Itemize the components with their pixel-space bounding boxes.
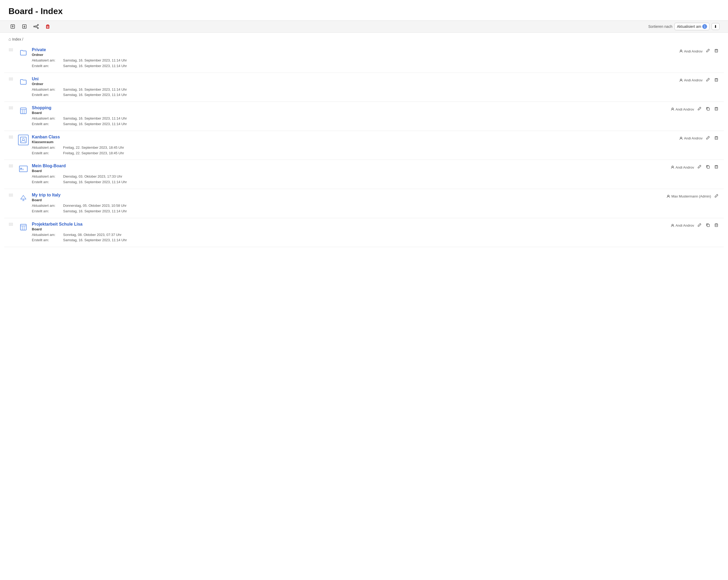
sort-select[interactable]: Aktualisiert am 1 [674,23,709,30]
svg-line-9 [37,25,37,27]
table-row: ⠿⠿ Uni Ordner Aktualisiert am: Samstag, … [4,73,724,102]
edit-button[interactable] [705,135,711,141]
copy-button[interactable] [705,106,711,112]
updated-value: Sonntag, 08. Oktober 2023, 07:37 Uhr [63,232,122,238]
svg-rect-15 [715,50,718,52]
svg-rect-40 [707,166,709,168]
drag-handle[interactable]: ⠿⠿ [8,135,15,139]
item-created-row: Erstellt am: Samstag, 16. September 2023… [32,122,668,127]
item-meta: Aktualisiert am: Donnerstag, 05. Oktober… [32,203,663,214]
svg-text:M↓: M↓ [20,167,24,171]
item-icon [18,48,29,58]
item-title[interactable]: Shopping [32,106,51,110]
svg-point-5 [34,26,35,27]
item-title[interactable]: Private [32,48,46,52]
item-meta: Aktualisiert am: Dienstag, 03. Oktober 2… [32,174,668,185]
import-button[interactable] [20,23,29,30]
created-value: Samstag, 16. September 2023, 11:14 Uhr [63,209,127,214]
item-type: Board [32,169,668,173]
svg-rect-19 [715,79,718,81]
svg-rect-27 [707,108,709,110]
drag-handle[interactable]: ⠿⠿ [8,163,15,168]
item-icon[interactable] [18,135,29,145]
item-title[interactable]: My trip to Italy [32,193,60,197]
item-icon [18,193,29,203]
item-title[interactable]: Uni [32,77,39,81]
toolbar-left [8,23,52,30]
item-type: Klassenraum [32,140,676,144]
sort-direction-button[interactable]: ⬇ [711,23,720,30]
created-label: Erstellt am: [32,209,61,214]
item-meta: Aktualisiert am: Sonntag, 08. Oktober 20… [32,232,668,243]
breadcrumb: ⌂ Index / [0,33,728,44]
drag-handle[interactable]: ⠿⠿ [8,77,15,81]
item-list: ⠿⠿ Private Ordner Aktualisiert am: Samst… [0,44,728,247]
updated-value: Dienstag, 03. Oktober 2023, 17:33 Uhr [63,174,122,180]
edit-button[interactable] [713,193,720,200]
sort-value: Aktualisiert am [677,24,701,29]
drag-handle[interactable]: ⠿⠿ [8,222,15,227]
item-type: Board [32,111,668,115]
owner-icon [671,165,674,169]
page-title: Board - Index [0,0,728,20]
delete-button[interactable] [713,222,720,229]
edit-button[interactable] [696,106,703,112]
export-button[interactable] [8,23,17,30]
created-value: Samstag, 16. September 2023, 11:14 Uhr [63,238,127,243]
item-icon [18,77,29,87]
edit-button[interactable] [696,164,703,170]
svg-rect-28 [715,108,718,110]
drag-handle[interactable]: ⠿⠿ [8,193,15,197]
delete-button[interactable] [713,164,720,170]
item-actions: Andi Androv [671,222,720,229]
updated-value: Freitag, 22. September 2023, 18:45 Uhr [63,145,124,151]
delete-button[interactable] [713,48,720,54]
item-title[interactable]: Kanban Class [32,135,60,139]
item-title[interactable]: Mein Blog-Board [32,163,66,168]
svg-rect-41 [715,166,718,168]
item-owner: Max Mustermann (Admin) [667,194,711,198]
share-button[interactable] [32,23,40,30]
item-updated-row: Aktualisiert am: Samstag, 16. September … [32,116,668,122]
item-meta: Aktualisiert am: Samstag, 16. September … [32,116,668,127]
item-icon [18,106,29,116]
breadcrumb-home-icon: ⌂ [8,37,11,42]
item-content: Shopping Board Aktualisiert am: Samstag,… [32,106,668,127]
delete-button[interactable] [713,135,720,141]
created-value: Freitag, 22. September 2023, 18:45 Uhr [63,151,124,156]
delete-button[interactable] [713,77,720,83]
created-label: Erstellt am: [32,63,61,69]
updated-label: Aktualisiert am: [32,87,61,93]
updated-label: Aktualisiert am: [32,232,61,238]
item-owner: Andi Androv [679,136,703,140]
svg-rect-11 [46,25,49,28]
item-updated-row: Aktualisiert am: Samstag, 16. September … [32,87,676,93]
svg-rect-48 [20,224,26,230]
owner-icon [671,107,674,111]
delete-button[interactable] [713,106,720,112]
sort-badge: 1 [702,24,707,29]
drag-handle[interactable]: ⠿⠿ [8,106,15,110]
breadcrumb-path: Index / [12,37,23,41]
item-created-row: Erstellt am: Samstag, 16. September 2023… [32,63,676,69]
created-value: Samstag, 16. September 2023, 11:14 Uhr [63,92,127,98]
copy-button[interactable] [705,222,711,229]
item-title[interactable]: Projektarbeit Schule Lisa [32,222,82,227]
updated-value: Samstag, 16. September 2023, 11:14 Uhr [63,58,127,63]
item-created-row: Erstellt am: Samstag, 16. September 2023… [32,92,676,98]
edit-button[interactable] [705,77,711,83]
table-row: ⠿⠿ M↓ Mein Blog-Board Board Aktualisiert… [4,160,724,189]
edit-button[interactable] [705,48,711,54]
created-label: Erstellt am: [32,151,61,156]
copy-button[interactable] [705,164,711,170]
bulk-delete-button[interactable] [44,23,52,30]
item-created-row: Erstellt am: Samstag, 16. September 2023… [32,209,663,214]
toolbar: Sortieren nach Aktualisiert am 1 ⬇ [0,20,728,33]
item-actions: Andi Androv [671,106,720,112]
edit-button[interactable] [696,222,703,229]
drag-handle[interactable]: ⠿⠿ [8,48,15,52]
item-updated-row: Aktualisiert am: Dienstag, 03. Oktober 2… [32,174,668,180]
item-content: Private Ordner Aktualisiert am: Samstag,… [32,48,676,69]
item-created-row: Erstellt am: Samstag, 16. September 2023… [32,180,668,185]
item-updated-row: Aktualisiert am: Donnerstag, 05. Oktober… [32,203,663,209]
